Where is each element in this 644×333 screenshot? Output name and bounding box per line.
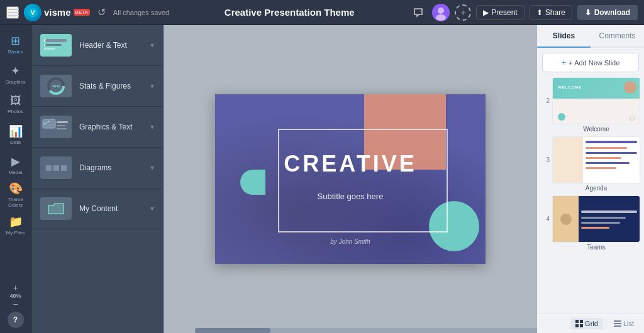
my-files-icon: 📁 bbox=[9, 215, 23, 229]
panel-thumb-diagrams bbox=[40, 156, 72, 179]
sidebar-item-media[interactable]: ▶ Media bbox=[2, 151, 30, 178]
download-label: Download bbox=[594, 8, 630, 17]
panel-thumb-graphics-text bbox=[40, 116, 72, 138]
panel-label-diagrams: Diagrams bbox=[79, 163, 143, 172]
zoom-plus-button[interactable]: + bbox=[13, 283, 18, 293]
slide-row-3: 3 bbox=[541, 136, 640, 183]
view-toggle-bar: Grid List bbox=[537, 313, 644, 333]
welcome-text: WELCOME bbox=[558, 85, 582, 89]
basics-label: Basics bbox=[8, 49, 23, 55]
slides-list: 2 WELCOME Welcome bbox=[537, 77, 644, 313]
svg-text:V: V bbox=[31, 9, 35, 16]
media-label: Media bbox=[9, 170, 23, 175]
stats-percent: 40% bbox=[52, 84, 60, 88]
slide-canvas[interactable]: CREATIVE Subtitle goes here by John Smit… bbox=[215, 94, 486, 264]
slide-item-3: 3 bbox=[541, 136, 640, 192]
autosave-status: All changes saved bbox=[113, 9, 169, 16]
canvas-area[interactable]: CREATIVE Subtitle goes here by John Smit… bbox=[164, 25, 537, 333]
slide-thumbnail-2[interactable]: WELCOME bbox=[552, 77, 640, 124]
slide-name-2: Welcome bbox=[541, 126, 640, 133]
zoom-level: 40% bbox=[9, 293, 21, 299]
slide-subtitle: Subtitle goes here bbox=[215, 192, 486, 201]
main-layout: ⊞ Basics ✦ Graphics 🖼 Photos 📊 Data ▶ Me… bbox=[0, 25, 644, 333]
svg-rect-16 bbox=[57, 121, 68, 123]
basics-icon: ⊞ bbox=[11, 34, 20, 48]
sidebar-item-data[interactable]: 📊 Data bbox=[2, 121, 30, 148]
help-button[interactable]: ? bbox=[8, 312, 24, 328]
avatar[interactable] bbox=[432, 4, 450, 21]
slide-thumbnail-4[interactable] bbox=[552, 195, 640, 243]
left-sidebar: ⊞ Basics ✦ Graphics 🖼 Photos 📊 Data ▶ Me… bbox=[0, 25, 31, 333]
svg-point-4 bbox=[436, 14, 446, 21]
zoom-control: + 40% − bbox=[9, 283, 21, 309]
panel-item-my-content[interactable]: My Content ▾ bbox=[31, 188, 163, 229]
horizontal-scrollbar[interactable] bbox=[195, 328, 537, 333]
svg-rect-7 bbox=[44, 44, 58, 46]
sidebar-item-photos[interactable]: 🖼 Photos bbox=[2, 90, 30, 118]
svg-rect-21 bbox=[575, 324, 579, 327]
slide-item-4: 4 bbox=[541, 195, 640, 251]
slide-thumbnail-3[interactable] bbox=[552, 136, 640, 183]
present-button[interactable]: ▶ Present bbox=[476, 5, 524, 20]
undo-button[interactable]: ↺ bbox=[95, 5, 108, 19]
slide-name-3: Agenda bbox=[541, 185, 640, 192]
plus-icon: + bbox=[562, 58, 567, 67]
add-new-slide-button[interactable]: + + Add New Slide bbox=[542, 53, 639, 72]
share-icon: ⬆ bbox=[536, 8, 543, 17]
add-people-button[interactable]: + bbox=[455, 4, 471, 21]
photos-icon: 🖼 bbox=[10, 94, 21, 107]
slide-name-4: Teams bbox=[541, 244, 640, 251]
slide-item-2: 2 WELCOME Welcome bbox=[541, 77, 640, 133]
zoom-minus-button[interactable]: − bbox=[13, 299, 18, 309]
menu-button[interactable] bbox=[6, 6, 19, 19]
chevron-down-icon: ▾ bbox=[150, 163, 154, 172]
present-label: Present bbox=[491, 8, 517, 17]
sidebar-item-theme-colors[interactable]: 🎨 Theme Colors bbox=[2, 181, 30, 209]
chevron-down-icon: ▾ bbox=[150, 41, 154, 50]
slide-number-4: 4 bbox=[541, 216, 550, 222]
share-label: Share bbox=[545, 8, 565, 17]
download-icon: ⬇ bbox=[585, 8, 591, 17]
tab-comments[interactable]: Comments bbox=[591, 25, 644, 48]
visme-logo: V visme BETA bbox=[24, 4, 90, 21]
panel-item-stats-figures[interactable]: 40% Stats & Figures ▾ bbox=[31, 66, 163, 107]
panel-item-graphics-text[interactable]: Graphics & Text ▾ bbox=[31, 107, 163, 148]
graphics-label: Graphics bbox=[5, 79, 25, 85]
tab-slides[interactable]: Slides bbox=[537, 25, 591, 48]
comments-icon-button[interactable] bbox=[409, 4, 427, 21]
list-view-button[interactable]: List bbox=[609, 318, 639, 329]
chevron-down-icon: ▾ bbox=[150, 123, 154, 131]
download-button[interactable]: ⬇ Download bbox=[577, 5, 638, 20]
teams-slide-preview bbox=[553, 196, 640, 242]
svg-rect-19 bbox=[575, 320, 579, 323]
sidebar-item-my-files[interactable]: 📁 My Files bbox=[2, 211, 30, 239]
sidebar-item-graphics[interactable]: ✦ Graphics bbox=[2, 60, 30, 88]
data-icon: 📊 bbox=[9, 124, 23, 138]
topbar-left: V visme BETA ↺ All changes saved bbox=[6, 4, 169, 21]
panel-thumb-header-text bbox=[40, 34, 72, 57]
panel-thumb-stats-figures: 40% bbox=[40, 75, 72, 97]
grid-view-button[interactable]: Grid bbox=[570, 318, 603, 329]
svg-rect-17 bbox=[57, 125, 65, 126]
panel-label-header-text: Header & Text bbox=[79, 41, 143, 50]
svg-rect-20 bbox=[580, 320, 583, 323]
topbar-right: + ▶ Present ⬆ Share ⬇ Download bbox=[409, 4, 638, 21]
chevron-down-icon: ▾ bbox=[150, 204, 154, 213]
photos-label: Photos bbox=[8, 109, 23, 114]
grid-icon bbox=[575, 320, 583, 327]
add-slide-label: + Add New Slide bbox=[569, 59, 619, 67]
share-button[interactable]: ⬆ Share bbox=[530, 5, 572, 20]
right-panel: Slides Comments + + Add New Slide 2 bbox=[537, 25, 644, 333]
panel-item-header-text[interactable]: Header & Text ▾ bbox=[31, 25, 163, 66]
svg-rect-5 bbox=[40, 34, 72, 57]
presentation-title: Creative Presentation Theme bbox=[174, 7, 404, 18]
grid-label: Grid bbox=[585, 320, 598, 327]
panel-label-my-content: My Content bbox=[79, 204, 143, 213]
svg-rect-23 bbox=[614, 320, 621, 322]
view-divider bbox=[606, 319, 606, 329]
panel-label-graphics-text: Graphics & Text bbox=[79, 123, 143, 131]
panel-item-diagrams[interactable]: Diagrams ▾ bbox=[31, 148, 163, 188]
sidebar-item-basics[interactable]: ⊞ Basics bbox=[2, 30, 30, 58]
scrollbar-thumb[interactable] bbox=[195, 328, 270, 333]
slide-number-3: 3 bbox=[541, 156, 550, 163]
